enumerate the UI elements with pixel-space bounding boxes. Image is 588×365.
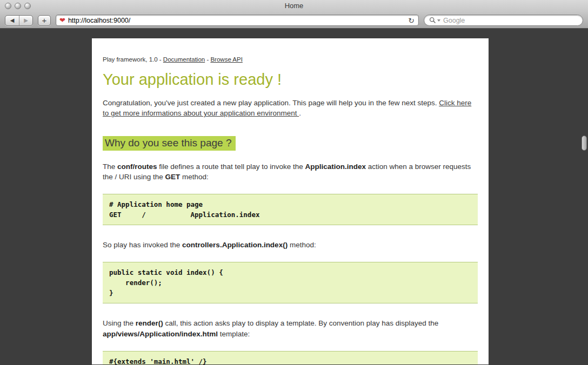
section-heading-highlight: Why do you see this page ? <box>103 136 236 151</box>
favicon-heart-icon: ❤ <box>59 17 65 24</box>
reload-icon: ↻ <box>408 16 415 25</box>
browser-window: Home ◀ ▶ + ❤ ↻ Play fram <box>0 0 588 365</box>
page-title: Your application is ready ! <box>103 71 478 89</box>
text-segment: The <box>103 163 117 171</box>
text-segment: method: <box>288 241 316 249</box>
back-arrow-icon: ◀ <box>10 18 15 23</box>
emphasis-template-path: app/views/Application/index.html <box>103 330 218 338</box>
text-segment: file defines a route that tell play to i… <box>157 163 305 171</box>
search-input[interactable] <box>443 17 578 24</box>
search-options-caret-icon[interactable] <box>437 19 440 22</box>
meta-prefix: Play framework, 1.0 - <box>103 56 163 63</box>
vertical-scrollbar-thumb[interactable] <box>582 136 587 151</box>
framework-meta-line: Play framework, 1.0 - Documentation - Br… <box>103 56 478 63</box>
history-nav: ◀ ▶ <box>5 15 33 26</box>
search-field[interactable] <box>424 15 583 26</box>
text-segment: So play has invoked the <box>103 241 182 249</box>
meta-separator: - <box>205 56 210 63</box>
text-segment: Using the <box>103 319 136 327</box>
forward-arrow-icon: ▶ <box>24 18 28 23</box>
address-bar[interactable]: ❤ ↻ <box>56 15 419 26</box>
intro-text: Congratulation, you've just created a ne… <box>103 99 439 107</box>
section-heading: Why do you see this page ? <box>103 134 478 151</box>
toolbar: ◀ ▶ + ❤ ↻ <box>0 12 588 29</box>
browser-viewport: Play framework, 1.0 - Documentation - Br… <box>0 29 588 364</box>
documentation-link[interactable]: Documentation <box>163 56 205 63</box>
new-tab-button[interactable]: + <box>38 15 51 26</box>
reload-button[interactable]: ↻ <box>407 17 415 24</box>
url-input[interactable] <box>68 17 405 24</box>
intro-after: . <box>299 109 301 117</box>
browse-api-link[interactable]: Browse API <box>210 56 242 63</box>
traffic-lights <box>5 3 31 9</box>
emphasis-conf-routes: conf/routes <box>117 163 157 171</box>
intro-paragraph: Congratulation, you've just created a ne… <box>103 98 478 119</box>
emphasis-get: GET <box>165 173 181 181</box>
emphasis-render: render() <box>136 319 163 327</box>
back-button[interactable]: ◀ <box>5 16 19 25</box>
routes-paragraph: The conf/routes file defines a route tha… <box>103 161 478 182</box>
minimize-button[interactable] <box>15 3 21 9</box>
window-title: Home <box>0 0 588 12</box>
text-segment: call, this action asks play to display a… <box>163 319 439 327</box>
code-block-action: public static void index() { render(); } <box>103 262 478 303</box>
invoked-paragraph: So play has invoked the controllers.Appl… <box>103 240 478 250</box>
web-page: Play framework, 1.0 - Documentation - Br… <box>92 38 489 364</box>
zoom-button[interactable] <box>24 3 31 9</box>
browser-chrome: Home ◀ ▶ + ❤ ↻ <box>0 0 588 29</box>
text-segment: method: <box>180 173 209 181</box>
text-segment: template: <box>218 330 250 338</box>
titlebar: Home <box>0 0 588 12</box>
code-block-template: #{extends 'main.html' /} #{set title:'Ho… <box>103 351 478 364</box>
search-icon <box>429 17 440 24</box>
code-block-routes: # Application home page GET / Applicatio… <box>103 194 478 225</box>
close-button[interactable] <box>5 3 11 9</box>
forward-button[interactable]: ▶ <box>19 16 32 25</box>
emphasis-controller-method: controllers.Application.index() <box>182 241 288 249</box>
emphasis-application-index: Application.index <box>305 163 366 171</box>
template-paragraph: Using the render() call, this action ask… <box>103 318 478 339</box>
